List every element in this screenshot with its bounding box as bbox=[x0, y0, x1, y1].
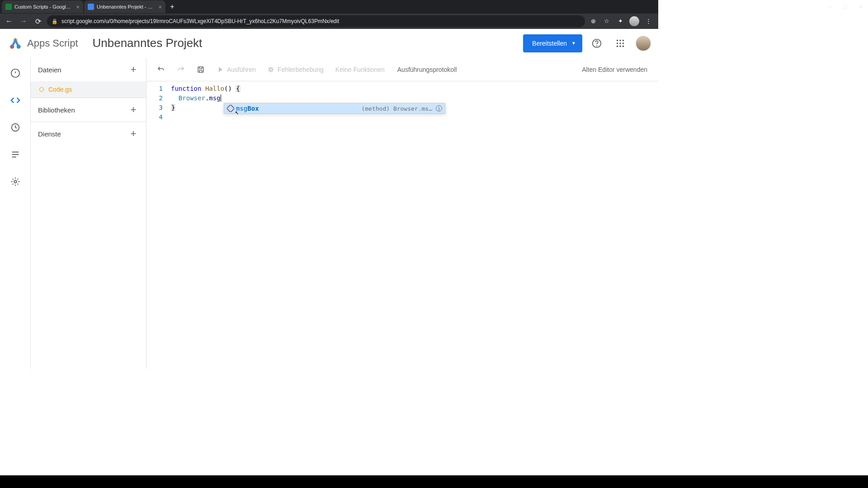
libraries-header: Bibliotheken + bbox=[31, 98, 146, 122]
add-file-button[interactable]: + bbox=[128, 64, 139, 75]
method-icon bbox=[227, 105, 234, 112]
sheets-icon bbox=[5, 4, 12, 10]
svg-point-11 bbox=[617, 45, 618, 47]
code-editor[interactable]: 1 2 3 4 function Hallo() { Browser.msg} … bbox=[146, 81, 658, 369]
libraries-label: Bibliotheken bbox=[38, 106, 75, 114]
svg-point-6 bbox=[619, 39, 621, 41]
execution-log-button[interactable]: Ausführungsprotokoll bbox=[393, 66, 462, 73]
tab-title: Custom Scripts - Google Tabellen bbox=[14, 4, 73, 9]
code-lines[interactable]: function Hallo() { Browser.msg} msgBox (… bbox=[171, 84, 658, 369]
triggers-button[interactable] bbox=[6, 118, 24, 136]
deploy-button[interactable]: Bereitstellen ▼ bbox=[523, 34, 582, 52]
autocomplete-popup[interactable]: msgBox (method) Browser.ms… i bbox=[224, 103, 445, 114]
line-number: 3 bbox=[146, 103, 163, 113]
main-area: Dateien + Code.gs Bibliotheken + Dienste… bbox=[0, 58, 658, 369]
editor-wrap: Ausführen Fehlerbehebung Keine Funktione… bbox=[146, 58, 658, 369]
line-gutter: 1 2 3 4 bbox=[146, 84, 171, 369]
autocomplete-rest: Box bbox=[247, 104, 259, 113]
browser-tab-1[interactable]: Unbenanntes Projekt - Projekt-E × bbox=[84, 0, 165, 13]
svg-point-9 bbox=[619, 42, 621, 44]
save-button[interactable] bbox=[193, 61, 209, 78]
add-service-button[interactable]: + bbox=[128, 128, 139, 139]
lock-icon: 🔒 bbox=[52, 19, 58, 24]
run-button[interactable]: Ausführen bbox=[212, 61, 259, 78]
code-line[interactable] bbox=[171, 113, 658, 122]
tab-bar: Custom Scripts - Google Tabellen × Unben… bbox=[0, 0, 658, 14]
autocomplete-hint: (method) Browser.ms… bbox=[361, 104, 432, 113]
files-label: Dateien bbox=[38, 66, 61, 74]
extensions-icon[interactable]: ✦ bbox=[616, 16, 625, 25]
run-label: Ausführen bbox=[227, 66, 256, 73]
files-header: Dateien + bbox=[31, 58, 146, 81]
close-icon[interactable]: × bbox=[158, 4, 162, 10]
tab-title: Unbenanntes Projekt - Projekt-E bbox=[97, 4, 156, 9]
editor-button[interactable] bbox=[6, 91, 24, 109]
svg-point-4 bbox=[597, 46, 597, 46]
svg-point-8 bbox=[617, 42, 618, 44]
new-tab-button[interactable]: + bbox=[166, 1, 178, 13]
url-text: script.google.com/u/0/home/projects/19Ir… bbox=[61, 18, 339, 24]
overview-button[interactable] bbox=[6, 64, 24, 82]
close-icon[interactable]: × bbox=[76, 4, 80, 10]
svg-point-5 bbox=[617, 39, 618, 41]
undo-button[interactable] bbox=[153, 61, 169, 78]
add-library-button[interactable]: + bbox=[128, 104, 139, 115]
svg-point-18 bbox=[269, 68, 272, 71]
svg-point-13 bbox=[623, 45, 624, 47]
app-header: Apps Script Unbenanntes Projekt Bereitst… bbox=[0, 29, 658, 58]
settings-button[interactable] bbox=[6, 173, 24, 191]
address-bar: ← → ⟳ 🔒 script.google.com/u/0/home/proje… bbox=[0, 14, 658, 29]
legacy-editor-button[interactable]: Alten Editor verwenden bbox=[577, 66, 652, 73]
icon-rail bbox=[0, 58, 31, 369]
app-name: Apps Script bbox=[27, 38, 78, 49]
forward-button[interactable]: → bbox=[18, 16, 29, 27]
services-label: Dienste bbox=[38, 130, 61, 138]
file-name: Code.gs bbox=[48, 86, 72, 93]
debug-label: Fehlerbehebung bbox=[278, 66, 324, 73]
star-icon[interactable]: ☆ bbox=[602, 16, 611, 25]
back-button[interactable]: ← bbox=[4, 16, 14, 27]
profile-avatar-icon[interactable] bbox=[629, 16, 639, 26]
autocomplete-match: msg bbox=[236, 104, 247, 113]
svg-point-16 bbox=[14, 180, 17, 183]
svg-rect-19 bbox=[227, 105, 234, 112]
autocomplete-item[interactable]: msgBox (method) Browser.ms… i bbox=[224, 103, 445, 113]
svg-point-10 bbox=[623, 42, 624, 44]
code-line[interactable]: Browser.msg bbox=[171, 94, 658, 103]
project-title[interactable]: Unbenanntes Projekt bbox=[93, 36, 524, 50]
apps-button[interactable] bbox=[611, 34, 629, 52]
url-input[interactable]: 🔒 script.google.com/u/0/home/projects/19… bbox=[47, 15, 585, 27]
editor-toolbar: Ausführen Fehlerbehebung Keine Funktione… bbox=[146, 58, 658, 81]
user-avatar[interactable] bbox=[636, 36, 651, 51]
svg-point-7 bbox=[623, 39, 624, 41]
deploy-label: Bereitstellen bbox=[532, 40, 567, 47]
script-icon bbox=[88, 4, 94, 10]
info-icon[interactable]: i bbox=[436, 105, 442, 112]
browser-chrome: Custom Scripts - Google Tabellen × Unben… bbox=[0, 0, 658, 29]
menu-icon[interactable]: ⋮ bbox=[644, 16, 653, 25]
svg-rect-17 bbox=[198, 67, 203, 72]
help-button[interactable] bbox=[588, 34, 606, 52]
side-panel: Dateien + Code.gs Bibliotheken + Dienste… bbox=[31, 58, 146, 369]
line-number: 1 bbox=[146, 84, 163, 94]
browser-tab-0[interactable]: Custom Scripts - Google Tabellen × bbox=[2, 0, 83, 13]
services-header: Dienste + bbox=[31, 122, 146, 145]
chevron-down-icon: ▼ bbox=[571, 41, 576, 46]
line-number: 2 bbox=[146, 94, 163, 103]
debug-button[interactable]: Fehlerbehebung bbox=[263, 61, 327, 78]
svg-point-12 bbox=[619, 45, 621, 47]
function-select[interactable]: Keine Funktionen bbox=[331, 66, 389, 73]
modified-dot-icon bbox=[39, 87, 44, 92]
file-item-code[interactable]: Code.gs bbox=[31, 81, 146, 98]
redo-button[interactable] bbox=[173, 61, 189, 78]
reload-button[interactable]: ⟳ bbox=[33, 16, 43, 27]
code-line[interactable]: function Hallo() { bbox=[171, 84, 658, 94]
zoom-icon[interactable]: ⊕ bbox=[589, 16, 598, 25]
executions-button[interactable] bbox=[6, 145, 24, 164]
apps-script-logo-icon[interactable] bbox=[7, 35, 24, 52]
line-number: 4 bbox=[146, 113, 163, 122]
